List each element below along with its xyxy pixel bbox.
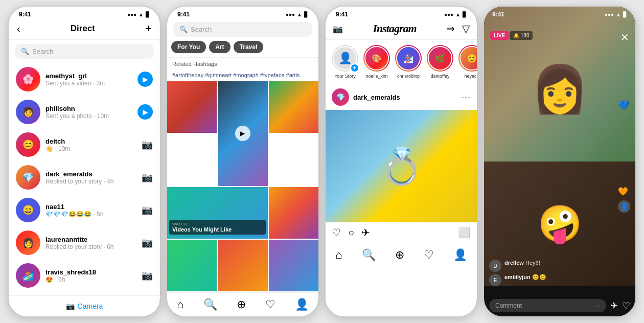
dm-item[interactable]: 🙂 jiau29 Replied to your story · 6h 📷 (9, 292, 160, 295)
profile-nav-icon[interactable]: 👤 (453, 248, 467, 262)
dm-item[interactable]: 🧑 phillsohn Sent you a photo · 10m ▶ (9, 96, 160, 128)
story-noelle[interactable]: 🎨 noelle_kim (363, 45, 390, 79)
live-emoji-bottom: 🧡 👤 (618, 187, 630, 213)
post-header: 💎 dark_emeralds ··· (326, 84, 477, 110)
filter-icon[interactable]: ▽ (462, 22, 470, 35)
tab-art[interactable]: Art (209, 41, 230, 53)
dm-username: deitch (45, 137, 136, 145)
dm-action: 📷 (142, 237, 153, 248)
add-story-button[interactable]: + (350, 63, 359, 73)
story-chris[interactable]: 🏂 chrisrobinp (395, 45, 422, 79)
tab-for-you[interactable]: For You (171, 41, 206, 53)
back-button[interactable]: ‹ (17, 23, 20, 35)
grid-cell-2[interactable]: ▶ (218, 81, 267, 186)
dm-username: dark_emeralds (45, 170, 136, 178)
play-icon: ▶ (235, 126, 250, 141)
home-icon[interactable]: ⌂ (177, 298, 183, 311)
instagram-logo: Instagram (373, 22, 416, 35)
post-username[interactable]: dark_emeralds (353, 94, 457, 101)
camera-icon: 📷 (66, 302, 75, 310)
grid-cell-4[interactable]: WATCH Videos You Might Like (167, 187, 268, 239)
status-bar-1: 9:41 ●●● ▲ ▊ (9, 7, 160, 20)
live-commenter-name-2: emiiilyjun (504, 274, 531, 280)
new-message-button[interactable]: + (145, 22, 152, 35)
heart-icon[interactable]: ♡ (265, 298, 275, 311)
profile-icon[interactable]: 👤 (295, 298, 309, 311)
dm-camera-icon: 📷 (142, 140, 153, 150)
share-icon[interactable]: ✈ (361, 226, 370, 239)
story-hey[interactable]: 😊 heyach (458, 45, 477, 79)
dm-avatar: 🧑 (16, 100, 40, 124)
live-comment-input[interactable]: Comment ··· (489, 299, 606, 312)
dm-item[interactable]: 🏄 travis_shreds18 😍 · 6h 📷 (9, 259, 160, 292)
dm-send-button[interactable]: ▶ (137, 104, 153, 120)
dm-send-button[interactable]: ▶ (137, 72, 153, 87)
home-nav-icon[interactable]: ⌂ (335, 248, 342, 262)
search-nav-icon-3[interactable]: 🔍 (362, 248, 376, 262)
search-bar-1[interactable]: 🔍 Search (15, 44, 154, 59)
your-story[interactable]: 👤 + Your Story (332, 45, 358, 79)
heart-nav-icon[interactable]: ♡ (424, 248, 434, 262)
feed-header: 📷 Instagram ⇒ ▽ (326, 20, 477, 40)
live-commenter-avatar-1: D (489, 260, 501, 272)
dm-item[interactable]: 🌸 amethyst_grl Sent you a video · 3m ▶ (9, 63, 160, 96)
direct-header: ‹ Direct + (9, 20, 160, 40)
watch-title: Videos You Might Like (172, 226, 263, 233)
add-nav-icon[interactable]: ⊕ (395, 248, 404, 262)
hashtags-row: #artoftheday #gimmeart #mograph #typefac… (167, 70, 318, 81)
dm-action: 📷 (142, 139, 153, 150)
camera-header-icon[interactable]: 📷 (333, 24, 343, 34)
dm-action: ▶ (137, 104, 153, 120)
bottom-nav-2: ⌂ 🔍 ⊕ ♡ 👤 (167, 292, 318, 316)
like-icon[interactable]: ♡ (332, 226, 341, 239)
dm-item[interactable]: 😄 nae11 💎💎💎😂😂😂 · 5h 📷 (9, 194, 160, 226)
send-icon[interactable]: ✈ (610, 300, 618, 311)
bookmark-icon[interactable]: ⬜ (458, 226, 471, 239)
dm-item[interactable]: 😊 deitch 👋 · 10m 📷 (9, 128, 160, 161)
live-top-frame: 👩 💙 (484, 7, 635, 161)
comment-icon[interactable]: ○ (348, 227, 354, 239)
dm-subtitle: Replied to your story · 6h (45, 243, 136, 250)
dm-info: nae11 💎💎💎😂😂😂 · 5h (45, 203, 136, 218)
explore-grid: ▶ WATCH Videos You Might Like (167, 81, 318, 292)
dm-item[interactable]: 👩 laurenannttte Replied to your story · … (9, 226, 160, 259)
explore-tabs: For You Art Travel (167, 41, 318, 57)
story-dan[interactable]: 🌿 dantoffey (427, 45, 453, 79)
direct-icon[interactable]: ⇒ (446, 22, 455, 35)
live-commenter-name-1: drellew (504, 260, 524, 266)
grid-cell-3[interactable] (269, 81, 318, 133)
dm-camera-icon: 📷 (142, 238, 153, 248)
dm-subtitle: 💎💎💎😂😂😂 · 5h (45, 211, 136, 218)
camera-footer[interactable]: 📷 Camera (9, 295, 160, 316)
grid-cell-1[interactable] (167, 81, 217, 133)
dm-avatar-emoji: 😊 (16, 132, 40, 157)
live-comment-1: D drellew Hey!!! (489, 260, 610, 272)
status-bar-2: 9:41 ●●● ▲ ▊ (167, 7, 318, 20)
search-nav-icon[interactable]: 🔍 (203, 298, 217, 311)
dm-username: amethyst_grl (45, 72, 132, 80)
battery-icon: ▊ (146, 12, 150, 17)
post-image: 💍 (326, 110, 477, 222)
grid-cell-8[interactable] (269, 240, 318, 291)
dm-subtitle: Sent you a photo · 10m (45, 112, 132, 120)
live-close-button[interactable]: ✕ (620, 31, 629, 43)
story-name-hey: heyach (464, 74, 477, 79)
add-icon[interactable]: ⊕ (237, 298, 246, 311)
dm-item[interactable]: 💎 dark_emeralds Replied to your story · … (9, 161, 160, 194)
dm-avatar-emoji: 🏄 (16, 263, 40, 288)
post-options[interactable]: ··· (462, 92, 471, 103)
live-comment-text-2: emiiilyjun 😊😊 (504, 274, 546, 281)
search-placeholder-2: Search (191, 26, 212, 33)
status-bar-4: 9:41 ●●● ▲ ▊ (484, 7, 635, 20)
tab-travel[interactable]: Travel (234, 41, 264, 53)
signal-icon-3: ●●● (444, 12, 453, 17)
dm-avatar: 🌸 (16, 67, 40, 91)
dm-subtitle: 👋 · 10m (45, 145, 136, 152)
phone-feed: 9:41 ●●● ▲ ▊ 📷 Instagram ⇒ ▽ 👤 + Your St… (325, 6, 478, 317)
search-bar-2[interactable]: 🔍 Search (173, 22, 312, 37)
grid-cell-5[interactable] (269, 187, 318, 239)
grid-cell-6[interactable] (167, 240, 217, 291)
grid-cell-7[interactable] (218, 240, 267, 291)
like-live-icon[interactable]: ♡ (622, 300, 630, 311)
dm-subtitle: 😍 · 6h (45, 276, 136, 283)
